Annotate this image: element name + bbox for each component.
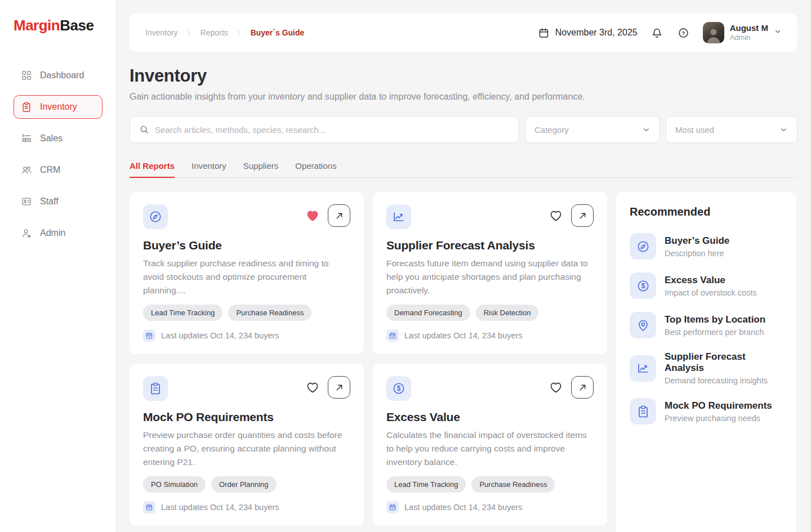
card-title: Supplier Forecast Analysis bbox=[386, 239, 594, 252]
notifications-button[interactable] bbox=[650, 26, 664, 40]
recommended-item-subtitle: Impact of overstock costs bbox=[665, 288, 757, 297]
chevron-down-icon bbox=[779, 126, 788, 134]
card-description: Forecasts future item demand using suppl… bbox=[386, 257, 594, 297]
recommended-item-mock-po[interactable]: Mock PO Requirements Preview purchasing … bbox=[630, 398, 783, 424]
heart-icon bbox=[305, 209, 320, 222]
card-tag: Purchase Readiness bbox=[471, 476, 555, 493]
clipboard-icon bbox=[143, 376, 168, 401]
open-report-button[interactable] bbox=[328, 204, 350, 227]
search-box bbox=[130, 116, 519, 143]
user-menu[interactable]: August M Admin bbox=[703, 22, 782, 43]
card-tag: Risk Detection bbox=[476, 305, 539, 321]
card-tag: PO Simulation bbox=[143, 476, 206, 493]
breadcrumb: Inventory Reports Buyer`s Guide bbox=[145, 28, 304, 37]
card-title: Buyer’s Guide bbox=[143, 239, 350, 252]
sidebar-nav: Dashboard Inventory Sales CRM Staff Admi… bbox=[14, 64, 103, 245]
most-used-dropdown[interactable]: Most used bbox=[666, 116, 797, 143]
card-meta: Last updates Oct 14, 234 buyers bbox=[161, 503, 279, 512]
recommended-item-title: Supplier Forecast Analysis bbox=[665, 351, 783, 374]
card-meta: Last updates Oct 14, 234 buyers bbox=[161, 331, 279, 340]
help-button[interactable] bbox=[676, 26, 690, 40]
sidebar-item-dashboard[interactable]: Dashboard bbox=[14, 64, 103, 87]
recommended-item-title: Excess Value bbox=[665, 275, 757, 286]
brand-secondary: Base bbox=[60, 17, 93, 34]
sidebar: MarginBase Dashboard Inventory Sales CRM… bbox=[0, 0, 117, 532]
sidebar-item-label: Sales bbox=[40, 133, 63, 144]
recommended-item-excess-value[interactable]: Excess Value Impact of overstock costs bbox=[630, 272, 783, 299]
dollar-circle-icon bbox=[630, 272, 656, 299]
search-input[interactable] bbox=[155, 125, 510, 135]
recommended-item-buyers-guide[interactable]: Buyer’s Guide Description here bbox=[630, 233, 783, 260]
recommended-item-title: Top Items by Location bbox=[665, 314, 765, 325]
sidebar-item-staff[interactable]: Staff bbox=[14, 190, 103, 213]
page-subtitle: Gain actionable insights from your inven… bbox=[130, 92, 797, 102]
grid-icon bbox=[21, 70, 32, 81]
card-tag: Demand Forecasting bbox=[386, 305, 470, 321]
tab-operations[interactable]: Operations bbox=[295, 161, 336, 177]
topbar: Inventory Reports Buyer`s Guide November… bbox=[130, 14, 797, 52]
category-dropdown-label: Category bbox=[534, 125, 569, 135]
favorite-button[interactable] bbox=[302, 377, 323, 397]
calendar-icon bbox=[143, 501, 155, 513]
favorite-button[interactable] bbox=[545, 205, 567, 226]
page-title: Inventory bbox=[130, 66, 797, 86]
sidebar-item-crm[interactable]: CRM bbox=[14, 158, 103, 182]
tab-suppliers[interactable]: Suppliers bbox=[243, 161, 279, 177]
recommended-title: Recommended bbox=[630, 205, 783, 218]
card-title: Excess Value bbox=[386, 410, 594, 424]
breadcrumb-current: Buyer`s Guide bbox=[251, 28, 305, 37]
card-tag: Lead Time Tracking bbox=[143, 305, 222, 321]
recommended-item-top-items[interactable]: Top Items by Location Best performers pe… bbox=[630, 312, 783, 338]
card-meta: Last updates Oct 14, 234 buyers bbox=[404, 503, 523, 512]
open-report-button[interactable] bbox=[328, 376, 350, 399]
date-text: November 3rd, 2025 bbox=[555, 28, 638, 38]
user-name: August M bbox=[730, 23, 768, 33]
sidebar-item-label: CRM bbox=[40, 165, 60, 175]
trend-chart-icon bbox=[630, 355, 656, 382]
chevron-right-icon bbox=[236, 29, 243, 36]
favorite-button[interactable] bbox=[545, 377, 567, 397]
tab-all-reports[interactable]: All Reports bbox=[130, 161, 175, 177]
category-dropdown[interactable]: Category bbox=[525, 116, 660, 143]
arrow-up-right-icon bbox=[578, 211, 587, 221]
sidebar-item-inventory[interactable]: Inventory bbox=[14, 95, 103, 119]
dollar-circle-icon bbox=[386, 376, 411, 401]
tab-inventory[interactable]: Inventory bbox=[191, 161, 226, 177]
breadcrumb-reports[interactable]: Reports bbox=[200, 28, 228, 37]
sidebar-item-admin[interactable]: Admin bbox=[14, 221, 103, 245]
report-card-excess-value[interactable]: Excess Value Calculates the financial im… bbox=[373, 364, 607, 526]
compass-icon bbox=[143, 204, 168, 229]
date-display: November 3rd, 2025 bbox=[538, 27, 638, 39]
open-report-button[interactable] bbox=[571, 204, 594, 227]
card-tag: Order Planning bbox=[211, 476, 276, 493]
clipboard-icon bbox=[21, 101, 32, 113]
recommended-item-subtitle: Description here bbox=[665, 249, 729, 258]
help-icon bbox=[678, 27, 689, 39]
calendar-icon bbox=[143, 329, 155, 342]
most-used-dropdown-label: Most used bbox=[675, 125, 714, 135]
user-role: Admin bbox=[730, 33, 768, 42]
recommended-item-subtitle: Best performers per branch bbox=[665, 328, 765, 337]
sidebar-item-label: Staff bbox=[40, 196, 59, 207]
arrow-up-right-icon bbox=[335, 383, 344, 392]
favorite-button[interactable] bbox=[302, 205, 323, 226]
compass-icon bbox=[630, 233, 656, 260]
clipboard-icon bbox=[630, 398, 656, 424]
recommended-item-subtitle: Preview purchasing needs bbox=[665, 414, 772, 423]
report-card-mock-po[interactable]: Mock PO Requirements Preview purchase or… bbox=[130, 364, 364, 526]
report-card-supplier-forecast[interactable]: Supplier Forecast Analysis Forecasts fut… bbox=[373, 192, 607, 354]
arrow-up-right-icon bbox=[335, 211, 344, 221]
open-report-button[interactable] bbox=[571, 376, 594, 399]
sidebar-item-label: Inventory bbox=[40, 102, 77, 112]
brand-primary: Margin bbox=[14, 17, 60, 34]
card-description: Calculates the financial impact of overs… bbox=[386, 428, 594, 469]
report-card-buyers-guide[interactable]: Buyer’s Guide Track supplier purchase re… bbox=[130, 192, 364, 354]
breadcrumb-inventory[interactable]: Inventory bbox=[145, 28, 178, 37]
recommended-item-supplier-forecast[interactable]: Supplier Forecast Analysis Demand foreca… bbox=[630, 351, 783, 385]
report-cards-grid: Buyer’s Guide Track supplier purchase re… bbox=[130, 192, 607, 532]
recommended-item-title: Mock PO Requirements bbox=[665, 400, 772, 412]
recommended-item-subtitle: Demand forecasting insights bbox=[665, 376, 783, 385]
sidebar-item-sales[interactable]: Sales bbox=[14, 127, 103, 150]
card-meta: Last updates Oct 14, 234 buyers bbox=[404, 331, 523, 340]
sidebar-item-label: Admin bbox=[40, 228, 65, 238]
